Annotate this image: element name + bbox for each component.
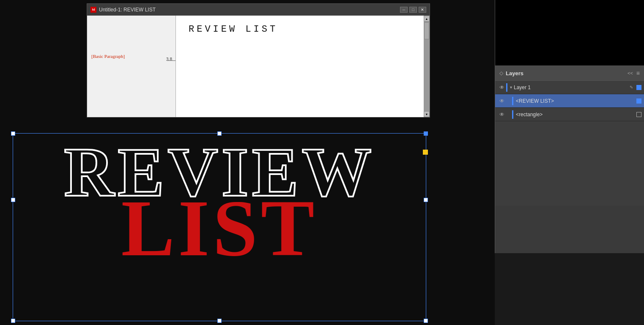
window-titlebar: Id Untitled-1: REVIEW LIST ─ □ ✕ bbox=[87, 4, 430, 16]
maximize-button[interactable]: □ bbox=[409, 7, 417, 13]
swatch-reviewlist bbox=[636, 98, 641, 104]
layer-name-rectangle: <rectangle> bbox=[516, 112, 635, 117]
document-content: [Basic Paragraph] 3.8 REVIEW LIST ▲ ▼ bbox=[87, 16, 430, 117]
paragraph-label: [Basic Paragraph] bbox=[91, 54, 125, 59]
layers-panel: ◇ Layers << ≡ 👁 ▾ Layer 1 ✎ 👁 <REVIEW LI… bbox=[495, 66, 644, 206]
minimize-button[interactable]: ─ bbox=[400, 7, 408, 13]
layers-icon: ◇ bbox=[499, 70, 503, 76]
layer-name-layer1: Layer 1 bbox=[514, 85, 628, 90]
layers-header-right: << ≡ bbox=[628, 70, 640, 76]
scroll-down-arrow[interactable]: ▼ bbox=[424, 111, 430, 117]
list-red-text: LIST bbox=[121, 188, 318, 268]
eye-icon-reviewlist[interactable]: 👁 bbox=[498, 97, 506, 105]
layer-color-bar-layer1 bbox=[506, 83, 507, 92]
layers-header: ◇ Layers << ≡ bbox=[495, 66, 644, 81]
layers-collapse-button[interactable]: << bbox=[628, 71, 633, 76]
doc-review-title: REVIEW LIST bbox=[189, 24, 411, 35]
artwork-text: REVIEW LIST bbox=[13, 133, 426, 321]
scroll-thumb[interactable] bbox=[424, 22, 429, 39]
swatch-layer1 bbox=[636, 85, 641, 90]
eye-icon-layer1[interactable]: 👁 bbox=[498, 83, 506, 92]
layers-menu-button[interactable]: ≡ bbox=[636, 70, 640, 76]
eye-icon-rectangle[interactable]: 👁 bbox=[498, 110, 506, 119]
doc-scrollbar[interactable]: ▲ ▼ bbox=[424, 16, 430, 117]
top-right-black bbox=[495, 0, 644, 66]
scroll-up-arrow[interactable]: ▲ bbox=[424, 16, 430, 22]
document-window: Id Untitled-1: REVIEW LIST ─ □ ✕ [Basic … bbox=[87, 3, 430, 117]
window-controls[interactable]: ─ □ ✕ bbox=[400, 7, 426, 13]
layer-row-rectangle[interactable]: 👁 <rectangle> bbox=[495, 108, 644, 121]
ruler-mark: 3.8 bbox=[166, 57, 172, 62]
layer-row-layer1[interactable]: 👁 ▾ Layer 1 ✎ bbox=[495, 81, 644, 94]
ruler-line bbox=[167, 60, 175, 61]
layers-spacer bbox=[495, 121, 644, 206]
swatch-rectangle bbox=[636, 112, 641, 117]
pen-icon-layer1: ✎ bbox=[628, 84, 635, 91]
layer-name-reviewlist: <REVIEW LIST> bbox=[516, 98, 635, 104]
layers-title: Layers bbox=[506, 70, 523, 76]
app-icon: Id bbox=[90, 7, 96, 13]
window-title-area: Id Untitled-1: REVIEW LIST bbox=[90, 7, 156, 13]
layer-color-bar-rectangle bbox=[512, 110, 513, 119]
doc-right-panel: REVIEW LIST bbox=[176, 16, 424, 117]
expand-icon-layer1[interactable]: ▾ bbox=[510, 85, 512, 90]
doc-left-panel: [Basic Paragraph] 3.8 bbox=[87, 16, 176, 117]
close-button[interactable]: ✕ bbox=[419, 7, 426, 13]
layers-header-left: ◇ Layers bbox=[499, 70, 523, 76]
right-bottom-area bbox=[495, 253, 644, 325]
right-panel: ◇ Layers << ≡ 👁 ▾ Layer 1 ✎ 👁 <REVIEW LI… bbox=[495, 0, 644, 325]
layer-color-bar-reviewlist bbox=[512, 97, 513, 105]
layer-row-reviewlist[interactable]: 👁 <REVIEW LIST> bbox=[495, 94, 644, 108]
artwork-container: REVIEW LIST bbox=[13, 133, 426, 321]
window-title: Untitled-1: REVIEW LIST bbox=[99, 7, 156, 13]
